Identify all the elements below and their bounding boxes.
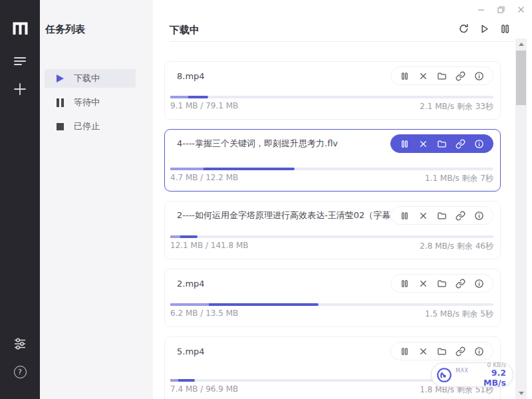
question-mark-icon: ? [14,366,27,378]
sidebar-item-label: 已停止 [74,120,100,132]
task-open-folder-button[interactable] [437,346,447,356]
task-list: 8.mp4 [164,61,501,399]
help-button[interactable]: ? [11,363,29,380]
task-pause-button[interactable] [400,139,410,149]
task-pause-button[interactable] [400,346,410,356]
task-info-button[interactable] [474,279,484,289]
task-info-button[interactable] [474,211,484,221]
download-speed: 9.2 MB/s [468,368,506,388]
task-name: 8.mp4 [177,71,205,81]
pause-all-button[interactable] [499,23,511,35]
arrow-up-icon [519,43,524,46]
info-icon [474,279,484,289]
task-actions [390,66,493,85]
task-name: 5.mp4 [177,346,205,356]
progress-light [170,235,180,238]
restore-button[interactable] [491,2,511,17]
info-icon [474,346,484,356]
sliders-icon [13,336,27,351]
sidebar-item-label: 下载中 [74,72,100,84]
task-info-button[interactable] [474,346,484,356]
folder-icon [437,279,447,289]
progress-bar [170,235,493,238]
task-delete-button[interactable] [418,139,428,149]
sidebar-item-stopped[interactable]: 已停止 [45,117,136,136]
folder-icon [437,71,447,81]
task-delete-button[interactable] [418,211,428,221]
task-card[interactable]: 2.mp4 [164,269,501,327]
task-info-button[interactable] [474,139,484,149]
plus-icon [13,82,27,96]
task-pause-button[interactable] [400,211,410,221]
close-icon [418,71,428,81]
refresh-button[interactable] [458,23,469,35]
task-open-folder-button[interactable] [437,279,447,289]
task-actions [390,274,493,293]
header-toolbar [458,23,511,35]
app-rail: ? [0,0,40,399]
task-open-folder-button[interactable] [437,71,447,81]
link-icon [456,211,466,221]
pause-icon [57,98,64,107]
task-card[interactable]: 2----如何运用金字塔原理进行高效表达-王清莹02（字幕）.flv [164,201,501,259]
scroll-down-button[interactable] [515,388,527,399]
add-task-button[interactable] [11,80,29,98]
task-copy-link-button[interactable] [456,346,466,356]
scroll-up-button[interactable] [515,39,527,50]
task-speed: 1.1 MB/s 剩余 7秒 [425,173,493,184]
page-title: 下载中 [170,24,200,37]
close-icon [418,279,428,289]
task-open-folder-button[interactable] [437,139,447,149]
task-delete-button[interactable] [418,279,428,289]
task-card[interactable]: 8.mp4 [164,61,501,120]
arrow-down-icon [519,392,524,395]
close-icon [418,211,428,221]
task-open-folder-button[interactable] [437,211,447,221]
task-pause-button[interactable] [400,71,410,81]
stop-icon [57,123,64,130]
progress-light [170,168,203,170]
folder-icon [437,211,447,221]
settings-button[interactable] [11,335,29,352]
task-name: 2----如何运用金字塔原理进行高效表达-王清莹02（字幕）.flv [177,209,390,221]
task-delete-button[interactable] [418,346,428,356]
folder-icon [437,139,447,149]
minimize-button[interactable] [471,2,491,17]
scrollbar-thumb[interactable] [516,51,526,105]
task-copy-link-button[interactable] [456,139,466,149]
pause-icon [400,279,410,289]
link-icon [456,346,466,356]
close-button[interactable] [511,2,531,17]
task-size: 6.2 MB / 13.5 MB [170,309,238,320]
pause-icon [400,139,410,149]
task-copy-link-button[interactable] [456,211,466,221]
task-copy-link-button[interactable] [456,279,466,289]
task-name: 4----掌握三个关键词，即刻提升思考力.flv [177,138,338,150]
task-pause-button[interactable] [400,279,410,289]
task-speed: 1.5 MB/s 剩余 5秒 [425,309,493,320]
pause-icon [400,211,410,221]
info-icon [474,71,484,81]
task-size: 12.1 MB / 141.8 MB [170,241,249,252]
task-card[interactable]: 4----掌握三个关键词，即刻提升思考力.flv [164,129,501,192]
task-actions [390,134,493,153]
close-icon [517,6,525,13]
progress-bar [170,96,493,98]
task-list-nav-button[interactable] [11,53,29,70]
task-size: 7.4 MB / 96.9 MB [170,384,238,396]
sidebar-item-waiting[interactable]: 等待中 [45,93,136,112]
resume-all-button[interactable] [479,23,490,35]
task-delete-button[interactable] [418,71,428,81]
folder-icon [437,346,447,356]
task-copy-link-button[interactable] [456,71,466,81]
link-icon [456,279,466,289]
progress-bar [170,168,493,170]
sidebar-item-downloading[interactable]: 下载中 [45,69,136,88]
task-name: 2.mp4 [177,279,205,289]
scrollbar[interactable] [515,39,527,399]
close-icon [418,139,428,149]
speed-readout: 0 KB/s 9.2 MB/s [468,362,506,388]
speed-widget: MAX 0 KB/s 9.2 MB/s [431,362,513,387]
task-info-button[interactable] [474,71,484,81]
pause-outline-icon [499,23,511,35]
